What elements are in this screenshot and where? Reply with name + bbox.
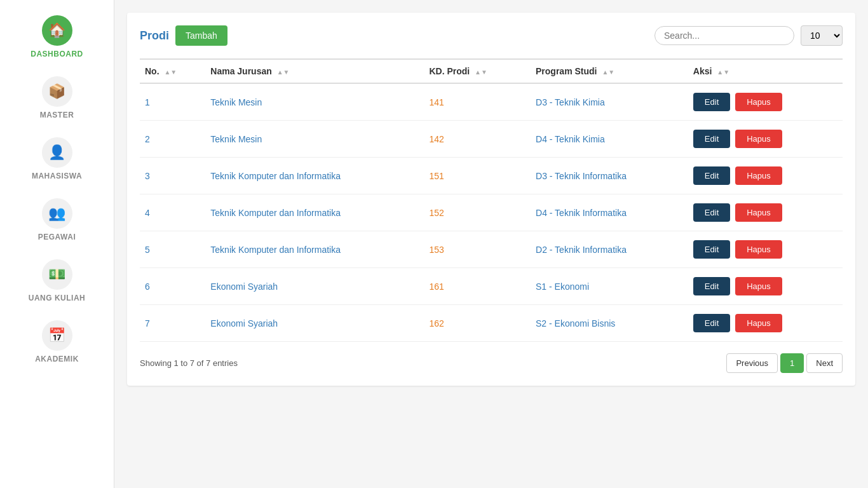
hapus-button[interactable]: Hapus: [735, 240, 782, 259]
table-row: 2 Teknik Mesin 142 D4 - Teknik Kimia Edi…: [140, 121, 843, 158]
table-row: 3 Teknik Komputer dan Informatika 151 D3…: [140, 158, 843, 194]
hapus-button[interactable]: Hapus: [735, 130, 782, 148]
hapus-button[interactable]: Hapus: [735, 203, 782, 222]
top-bar-right: 10 25 50 100: [654, 25, 843, 46]
table-row: 1 Teknik Mesin 141 D3 - Teknik Kimia Edi…: [140, 83, 843, 121]
cell-no: 5: [140, 231, 205, 268]
pagination: Previous 1 Next: [726, 353, 843, 373]
hapus-button[interactable]: Hapus: [735, 166, 782, 185]
box-icon: 📦: [42, 76, 72, 107]
page-title: Prodi: [140, 29, 169, 43]
sidebar-item-pegawai[interactable]: 👥 PEGAWAI: [0, 189, 114, 250]
cell-kd-prodi: 141: [424, 83, 531, 121]
cell-kd-prodi: 151: [424, 158, 531, 194]
prodi-card: Prodi Tambah 10 25 50 100 No. ▲▼: [127, 13, 855, 386]
sidebar: 🏠 DASHBOARD 📦 MASTER 👤 MAHASISWA 👥 PEGAW…: [0, 0, 114, 488]
col-aksi: Aksi ▲▼: [688, 59, 843, 83]
edit-button[interactable]: Edit: [693, 166, 730, 185]
cell-no: 2: [140, 121, 205, 158]
cell-aksi: Edit Hapus: [688, 121, 843, 158]
cell-nama-jurusan: Teknik Komputer dan Informatika: [205, 194, 424, 231]
cell-kd-prodi: 142: [424, 121, 531, 158]
cell-kd-prodi: 162: [424, 305, 531, 342]
edit-button[interactable]: Edit: [693, 240, 730, 259]
money-icon: 💵: [42, 259, 72, 290]
sort-icon-prodi: ▲▼: [602, 69, 614, 76]
cell-no: 1: [140, 83, 205, 121]
cell-aksi: Edit Hapus: [688, 231, 843, 268]
col-nama-jurusan: Nama Jurusan ▲▼: [205, 59, 424, 83]
col-kd-prodi: KD. Prodi ▲▼: [424, 59, 531, 83]
cell-aksi: Edit Hapus: [688, 305, 843, 342]
hapus-button[interactable]: Hapus: [735, 314, 782, 332]
showing-text: Showing 1 to 7 of 7 entries: [140, 358, 238, 368]
sidebar-label-master: MASTER: [40, 111, 74, 119]
cell-aksi: Edit Hapus: [688, 158, 843, 194]
entries-select[interactable]: 10 25 50 100: [801, 25, 843, 46]
search-input[interactable]: [654, 26, 794, 45]
edit-button[interactable]: Edit: [693, 314, 730, 332]
sidebar-item-master[interactable]: 📦 MASTER: [0, 67, 114, 128]
sidebar-item-mahasiswa[interactable]: 👤 MAHASISWA: [0, 128, 114, 189]
cell-no: 3: [140, 158, 205, 194]
table-row: 5 Teknik Komputer dan Informatika 153 D2…: [140, 231, 843, 268]
col-program-studi: Program Studi ▲▼: [531, 59, 688, 83]
cell-nama-jurusan: Teknik Mesin: [205, 83, 424, 121]
cell-aksi: Edit Hapus: [688, 194, 843, 231]
sidebar-item-akademik[interactable]: 📅 AKADEMIK: [0, 311, 114, 372]
sidebar-label-mahasiswa: MAHASISWA: [32, 172, 82, 180]
table-row: 4 Teknik Komputer dan Informatika 152 D4…: [140, 194, 843, 231]
sidebar-label-akademik: AKADEMIK: [35, 355, 79, 363]
cell-program-studi: D4 - Teknik Informatika: [531, 194, 688, 231]
cell-aksi: Edit Hapus: [688, 83, 843, 121]
cell-kd-prodi: 153: [424, 231, 531, 268]
prodi-table: No. ▲▼ Nama Jurusan ▲▼ KD. Prodi ▲▼ Prog…: [140, 58, 843, 342]
edit-button[interactable]: Edit: [693, 130, 730, 148]
user-icon: 👤: [42, 137, 72, 168]
hapus-button[interactable]: Hapus: [735, 277, 782, 295]
sort-icon-no: ▲▼: [164, 69, 177, 76]
cell-nama-jurusan: Ekonomi Syariah: [205, 268, 424, 305]
cell-no: 6: [140, 268, 205, 305]
edit-button[interactable]: Edit: [693, 93, 730, 111]
user-plus-icon: 👥: [42, 198, 72, 229]
table-row: 7 Ekonomi Syariah 162 S2 - Ekonomi Bisni…: [140, 305, 843, 342]
sidebar-label-pegawai: PEGAWAI: [38, 233, 76, 241]
top-bar: Prodi Tambah 10 25 50 100: [140, 25, 843, 46]
previous-button[interactable]: Previous: [726, 353, 778, 373]
sort-icon-nama: ▲▼: [277, 69, 290, 76]
cell-kd-prodi: 152: [424, 194, 531, 231]
cell-nama-jurusan: Teknik Komputer dan Informatika: [205, 158, 424, 194]
cell-nama-jurusan: Ekonomi Syariah: [205, 305, 424, 342]
sidebar-label-dashboard: DASHBOARD: [31, 50, 83, 58]
cell-program-studi: D4 - Teknik Kimia: [531, 121, 688, 158]
col-no: No. ▲▼: [140, 59, 205, 83]
sidebar-item-dashboard[interactable]: 🏠 DASHBOARD: [0, 6, 114, 67]
cell-kd-prodi: 161: [424, 268, 531, 305]
edit-button[interactable]: Edit: [693, 203, 730, 222]
table-row: 6 Ekonomi Syariah 161 S1 - Ekonomi Edit …: [140, 268, 843, 305]
table-footer: Showing 1 to 7 of 7 entries Previous 1 N…: [140, 353, 843, 373]
page-1-button[interactable]: 1: [780, 353, 804, 373]
cell-program-studi: D2 - Teknik Informatika: [531, 231, 688, 268]
cell-nama-jurusan: Teknik Komputer dan Informatika: [205, 231, 424, 268]
sort-icon-aksi: ▲▼: [717, 69, 729, 76]
cell-no: 7: [140, 305, 205, 342]
cell-program-studi: S2 - Ekonomi Bisnis: [531, 305, 688, 342]
sidebar-item-uang-kuliah[interactable]: 💵 UANG KULIAH: [0, 250, 114, 311]
cell-program-studi: D3 - Teknik Informatika: [531, 158, 688, 194]
hapus-button[interactable]: Hapus: [735, 93, 782, 111]
sort-icon-kd: ▲▼: [475, 69, 487, 76]
tambah-button[interactable]: Tambah: [175, 25, 227, 46]
calendar-icon: 📅: [42, 320, 72, 351]
edit-button[interactable]: Edit: [693, 277, 730, 295]
cell-program-studi: S1 - Ekonomi: [531, 268, 688, 305]
sidebar-label-uang-kuliah: UANG KULIAH: [29, 294, 86, 302]
cell-no: 4: [140, 194, 205, 231]
next-button[interactable]: Next: [806, 353, 843, 373]
cell-program-studi: D3 - Teknik Kimia: [531, 83, 688, 121]
home-icon: 🏠: [42, 15, 72, 46]
cell-aksi: Edit Hapus: [688, 268, 843, 305]
cell-nama-jurusan: Teknik Mesin: [205, 121, 424, 158]
main-content: Prodi Tambah 10 25 50 100 No. ▲▼: [114, 0, 868, 488]
